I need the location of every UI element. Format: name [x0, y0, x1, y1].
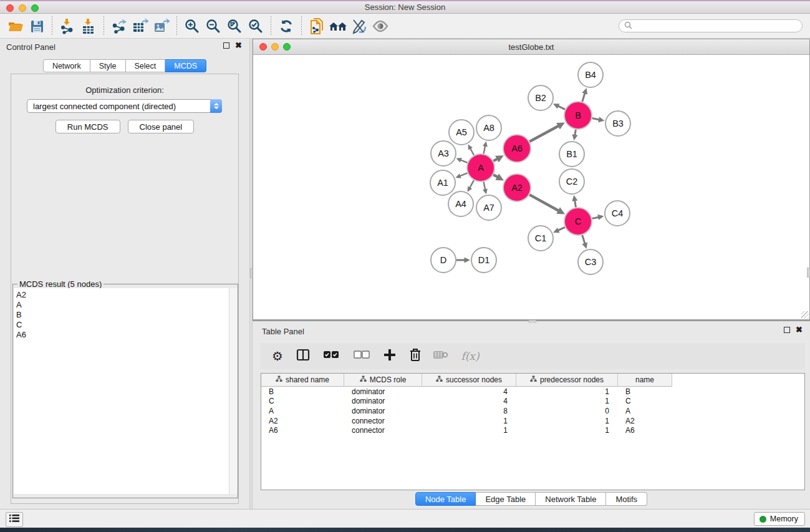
- table-cell[interactable]: A: [261, 407, 344, 415]
- float-panel-icon[interactable]: [223, 42, 229, 49]
- close-panel-icon[interactable]: ✖: [796, 327, 803, 333]
- network-canvas[interactable]: AA1A2A3A4A5A6A7A8BB1B2B3B4CC1C2C3C4DD1: [253, 55, 809, 319]
- tab-network-table[interactable]: Network Table: [536, 492, 606, 506]
- table-cell[interactable]: A: [618, 407, 672, 415]
- graph-edge-A-A8[interactable]: [484, 146, 486, 154]
- save-session-button[interactable]: [26, 16, 47, 36]
- tab-edge-table[interactable]: Edge Table: [476, 492, 536, 506]
- table-cell[interactable]: B: [261, 387, 344, 396]
- column-header-successor-nodes[interactable]: successor nodes: [422, 374, 516, 387]
- zoom-view-button[interactable]: [283, 43, 291, 51]
- graph-edge-B-B4[interactable]: [582, 93, 585, 102]
- memory-button[interactable]: Memory: [754, 512, 805, 526]
- result-item[interactable]: C: [16, 320, 229, 330]
- table-cell[interactable]: 1: [516, 387, 618, 396]
- criterion-dropdown[interactable]: largest connected component (directed): [27, 99, 222, 113]
- table-cell[interactable]: A2: [261, 417, 344, 425]
- table-cell[interactable]: 4: [422, 387, 516, 396]
- select-all-button[interactable]: [321, 349, 341, 364]
- graph-edge-B-B3[interactable]: [592, 118, 600, 120]
- import-table-button[interactable]: [78, 16, 99, 36]
- table-cell[interactable]: 1: [422, 426, 516, 435]
- close-view-button[interactable]: [259, 43, 267, 51]
- network-from-document-button[interactable]: [306, 16, 327, 36]
- delete-column-button[interactable]: [408, 349, 423, 364]
- graph-edge-C-C1[interactable]: [558, 227, 565, 230]
- tab-style[interactable]: Style: [90, 59, 126, 72]
- graph-edge-A-A3[interactable]: [460, 160, 467, 162]
- zoom-in-button[interactable]: [181, 16, 203, 36]
- column-header-MCDS-role[interactable]: MCDS role: [344, 374, 422, 387]
- table-cell[interactable]: 4: [422, 397, 516, 405]
- result-item[interactable]: A6: [16, 330, 229, 340]
- show-hide-button[interactable]: [370, 16, 391, 36]
- zoom-window-button[interactable]: [31, 4, 39, 12]
- network-graph[interactable]: AA1A2A3A4A5A6A7A8BB1B2B3B4CC1C2C3C4DD1: [253, 55, 809, 319]
- tab-mcds[interactable]: MCDS: [165, 59, 206, 72]
- zoom-selected-button[interactable]: [245, 16, 266, 36]
- import-network-button[interactable]: [57, 16, 78, 36]
- graph-edge-A-A6[interactable]: [493, 159, 498, 162]
- table-cell[interactable]: dominator: [344, 407, 422, 415]
- close-panel-button[interactable]: Close panel: [128, 120, 195, 133]
- tab-node-table[interactable]: Node Table: [415, 492, 476, 506]
- float-panel-icon[interactable]: [784, 327, 790, 333]
- close-window-button[interactable]: [6, 4, 14, 12]
- table-row[interactable]: Cdominator41C: [261, 397, 804, 407]
- mcds-result-list[interactable]: A2ABCA6: [14, 288, 229, 494]
- graph-edge-B-B1[interactable]: [575, 130, 576, 135]
- graph-edge-B-B2[interactable]: [558, 106, 566, 109]
- annotation-toggle-button[interactable]: [349, 16, 370, 36]
- cybrowser-home-button[interactable]: [327, 16, 349, 36]
- add-column-button[interactable]: [382, 349, 397, 364]
- table-row[interactable]: Bdominator41B: [261, 387, 804, 397]
- search-box[interactable]: [619, 19, 803, 32]
- tab-motifs[interactable]: Motifs: [606, 492, 647, 506]
- result-item[interactable]: A2: [16, 290, 229, 300]
- table-cell[interactable]: dominator: [344, 397, 422, 405]
- graph-edge-C-C2[interactable]: [575, 200, 576, 207]
- graph-edge-C-C3[interactable]: [582, 235, 585, 244]
- table-cell[interactable]: 0: [516, 407, 618, 415]
- function-builder-button[interactable]: f(x): [459, 349, 481, 364]
- table-options-button[interactable]: ⚙: [270, 349, 285, 364]
- table-cell[interactable]: connector: [344, 417, 422, 425]
- minimize-window-button[interactable]: [19, 4, 26, 12]
- export-network-button[interactable]: [108, 16, 130, 36]
- tab-select[interactable]: Select: [126, 59, 166, 72]
- column-header-name[interactable]: name: [618, 374, 672, 387]
- deselect-all-button[interactable]: [352, 349, 372, 364]
- table-cell[interactable]: 1: [422, 417, 516, 425]
- table-row[interactable]: A2connector11A2: [261, 416, 804, 426]
- table-row[interactable]: A6connector11A6: [261, 425, 804, 435]
- table-cell[interactable]: 8: [422, 407, 516, 415]
- task-history-button[interactable]: [6, 512, 23, 527]
- run-mcds-button[interactable]: Run MCDS: [55, 120, 120, 133]
- table-cell[interactable]: A2: [618, 417, 672, 425]
- node-table[interactable]: shared nameMCDS rolesuccessor nodesprede…: [261, 373, 805, 490]
- export-image-button[interactable]: [151, 16, 172, 36]
- open-session-button[interactable]: [5, 16, 26, 36]
- graph-edge-A2-C[interactable]: [529, 195, 559, 211]
- network-window-titlebar[interactable]: testGlobe.txt: [253, 39, 809, 55]
- graph-edge-A-A5[interactable]: [470, 148, 474, 155]
- table-cell[interactable]: 1: [516, 417, 618, 425]
- search-input[interactable]: [635, 22, 797, 31]
- graph-edge-A6-B[interactable]: [529, 126, 559, 142]
- column-header-shared-name[interactable]: shared name: [261, 374, 344, 387]
- table-cell[interactable]: dominator: [344, 387, 422, 396]
- zoom-fit-button[interactable]: [224, 16, 245, 36]
- minimize-view-button[interactable]: [271, 43, 279, 51]
- table-cell[interactable]: C: [261, 397, 344, 405]
- zoom-out-button[interactable]: [203, 16, 224, 36]
- right-splitter-grip[interactable]: [807, 268, 810, 278]
- graph-edge-A-A1[interactable]: [460, 173, 467, 176]
- table-cell[interactable]: 1: [516, 397, 618, 405]
- show-column-button[interactable]: [296, 349, 311, 364]
- table-cell[interactable]: B: [618, 387, 672, 396]
- export-table-button[interactable]: [130, 16, 151, 36]
- result-item[interactable]: B: [16, 310, 229, 320]
- table-cell[interactable]: 1: [516, 426, 618, 435]
- table-cell[interactable]: A6: [618, 426, 672, 435]
- graph-edge-A-A7[interactable]: [484, 182, 486, 190]
